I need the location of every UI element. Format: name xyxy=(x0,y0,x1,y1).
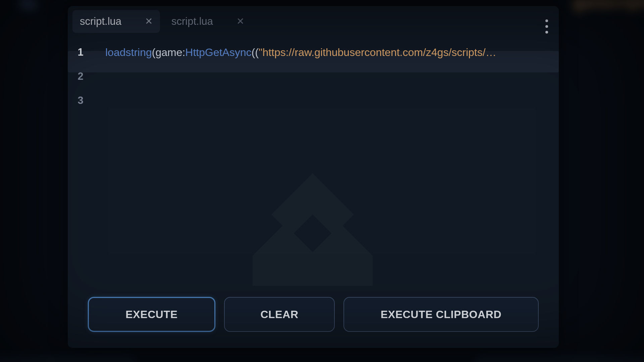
token-paren: (( xyxy=(252,46,259,58)
tab-label: script.lua xyxy=(171,15,213,27)
action-button-bar: EXECUTE CLEAR EXECUTE CLIPBOARD xyxy=(88,297,539,332)
code-line-1[interactable]: 1 loadstring(game:HttpGetAsync(("https:/… xyxy=(68,40,559,64)
script-editor-panel: script.lua ✕ script.lua ✕ 1 loadstring(g… xyxy=(68,6,559,348)
execute-button[interactable]: EXECUTE xyxy=(88,297,215,332)
token-function: loadstring xyxy=(105,46,152,58)
token-quote: " xyxy=(259,46,262,58)
clear-button[interactable]: CLEAR xyxy=(224,297,335,332)
bg-button xyxy=(0,359,134,362)
bg-code-fragment: lo xyxy=(20,0,37,13)
watermark-icon xyxy=(175,121,450,308)
token-ident: game xyxy=(155,46,182,58)
code-line-3[interactable]: 3 xyxy=(68,88,559,113)
line-number: 3 xyxy=(68,95,93,107)
code-content[interactable]: loadstring(game:HttpGetAsync(("https://r… xyxy=(93,46,496,59)
execute-clipboard-button[interactable]: EXECUTE CLIPBOARD xyxy=(343,297,539,332)
token-colon: : xyxy=(182,46,185,58)
token-paren: ( xyxy=(152,46,156,58)
close-icon[interactable]: ✕ xyxy=(145,17,153,26)
button-label: EXECUTE xyxy=(125,308,177,321)
tab-label: script.lua xyxy=(80,15,121,27)
line-number: 1 xyxy=(68,46,93,58)
code-editor[interactable]: 1 loadstring(game:HttpGetAsync(("https:/… xyxy=(68,40,559,113)
token-method: HttpGetAsync xyxy=(185,46,251,58)
button-label: CLEAR xyxy=(260,308,298,321)
svg-marker-3 xyxy=(271,173,354,235)
svg-marker-2 xyxy=(253,224,373,286)
button-label: EXECUTE CLIPBOARD xyxy=(381,308,501,321)
tab-bar: script.lua ✕ script.lua ✕ xyxy=(68,6,559,34)
code-line-2[interactable]: 2 xyxy=(68,64,559,88)
bg-code-trail: gs/scripts/… xyxy=(573,0,644,12)
more-vertical-icon[interactable] xyxy=(542,16,551,37)
tab-script-active[interactable]: script.lua ✕ xyxy=(72,10,160,33)
close-icon[interactable]: ✕ xyxy=(236,17,244,26)
tab-script-inactive[interactable]: script.lua ✕ xyxy=(164,10,252,33)
line-number: 2 xyxy=(68,70,93,82)
bg-button xyxy=(476,359,644,362)
token-string: https://raw.githubusercontent.com/z4gs/s… xyxy=(262,46,496,58)
